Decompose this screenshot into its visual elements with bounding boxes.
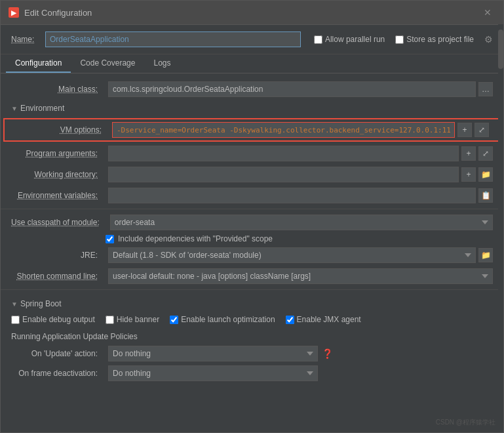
spring-debug-checkbox[interactable] xyxy=(11,316,20,324)
on-update-select[interactable]: Do nothing xyxy=(108,346,318,361)
edit-configuration-dialog: ▶ Edit Configuration ✕ Name: Allow paral… xyxy=(0,0,504,433)
on-update-row: On 'Update' action: Do nothing ❓ xyxy=(11,344,493,363)
on-frame-select[interactable]: Do nothing xyxy=(108,365,318,381)
env-variables-input[interactable] xyxy=(108,188,476,203)
spring-hide-banner-label[interactable]: Hide banner xyxy=(106,315,159,324)
update-policies-section: Running Application Update Policies On '… xyxy=(1,329,503,386)
tab-configuration[interactable]: Configuration xyxy=(6,54,71,73)
main-class-row: Main class: … xyxy=(1,79,503,100)
title-bar: ▶ Edit Configuration ✕ xyxy=(1,1,503,25)
jre-label: JRE: xyxy=(11,251,103,260)
spring-hide-banner-text: Hide banner xyxy=(117,315,159,324)
environment-toggle[interactable]: ▼ xyxy=(11,105,18,112)
vm-options-label: VM options: xyxy=(15,125,107,134)
tabs-bar: Configuration Code Coverage Logs xyxy=(1,54,503,73)
main-class-label: Main class: xyxy=(11,85,103,94)
include-deps-row: Include dependencies with "Provided" sco… xyxy=(1,233,503,245)
scrollbar-track xyxy=(498,24,503,432)
on-update-label: On 'Update' action: xyxy=(11,349,103,358)
allow-parallel-checkbox-label[interactable]: Allow parallel run xyxy=(314,35,385,44)
tab-code-coverage[interactable]: Code Coverage xyxy=(71,54,144,73)
spring-debug-text: Enable debug output xyxy=(22,315,95,324)
store-as-project-checkbox-label[interactable]: Store as project file xyxy=(395,35,474,44)
dialog-title: Edit Configuration xyxy=(24,8,92,18)
on-update-select-wrap: Do nothing ❓ xyxy=(108,346,493,361)
program-arguments-input[interactable] xyxy=(108,146,459,161)
classpath-module-select[interactable]: order-seata xyxy=(110,215,493,230)
spring-boot-label: Spring Boot xyxy=(20,299,62,308)
store-as-project-checkbox[interactable] xyxy=(395,35,404,44)
program-arguments-row: Program arguments: + ⤢ xyxy=(1,143,503,164)
vm-options-input[interactable] xyxy=(112,122,455,138)
working-directory-add-btn[interactable]: + xyxy=(461,167,476,182)
checkboxes-row: Allow parallel run Store as project file… xyxy=(314,34,493,45)
main-class-input-wrap: … xyxy=(108,81,493,97)
close-button[interactable]: ✕ xyxy=(480,6,495,19)
working-directory-input[interactable] xyxy=(108,167,459,182)
vm-options-row: VM options: + ⤢ xyxy=(3,118,501,142)
shorten-cmd-select[interactable]: user-local default: none - java [options… xyxy=(108,268,493,284)
title-bar-left: ▶ Edit Configuration xyxy=(9,7,92,18)
program-arguments-add-btn[interactable]: + xyxy=(461,146,476,161)
working-directory-label: Working directory: xyxy=(11,170,103,179)
dialog-icon: ▶ xyxy=(9,7,19,18)
env-variables-browse-btn[interactable]: 📋 xyxy=(478,188,493,203)
gear-icon[interactable]: ⚙ xyxy=(484,34,493,45)
environment-section-header: ▼ Environment xyxy=(1,100,503,117)
divider-2 xyxy=(1,289,503,290)
jre-input-wrap: Default (1.8 - SDK of 'order-seata' modu… xyxy=(108,247,493,263)
classpath-module-label: Use classpath of module: xyxy=(11,218,105,227)
spring-hide-banner-checkbox[interactable] xyxy=(106,316,114,324)
main-class-input[interactable] xyxy=(108,81,476,97)
divider-1 xyxy=(1,209,503,209)
spring-launch-opt-text: Enable launch optimization xyxy=(181,315,275,324)
on-update-help-icon[interactable]: ❓ xyxy=(322,348,333,359)
working-directory-input-wrap: + 📁 xyxy=(108,167,493,182)
on-frame-label: On frame deactivation: xyxy=(11,369,103,378)
tab-logs[interactable]: Logs xyxy=(144,54,180,73)
vm-options-expand-btn[interactable]: ⤢ xyxy=(475,123,489,137)
vm-options-add-btn[interactable]: + xyxy=(457,123,472,137)
watermark: CSDN @程序猿学社 xyxy=(436,418,495,427)
program-arguments-input-wrap: + ⤢ xyxy=(108,146,493,161)
include-deps-checkbox[interactable] xyxy=(106,235,114,243)
allow-parallel-checkbox[interactable] xyxy=(314,35,322,44)
spring-boot-header: ▼ Spring Boot xyxy=(1,295,503,312)
allow-parallel-label: Allow parallel run xyxy=(325,35,385,44)
jre-browse-btn[interactable]: 📁 xyxy=(478,248,493,262)
program-arguments-expand-btn[interactable]: ⤢ xyxy=(478,146,493,161)
classpath-module-row: Use classpath of module: order-seata xyxy=(1,212,503,233)
content-area: Main class: … ▼ Environment VM options: … xyxy=(1,73,503,432)
include-deps-label: Include dependencies with "Provided" sco… xyxy=(118,234,273,243)
spring-debug-label[interactable]: Enable debug output xyxy=(11,315,95,324)
name-input[interactable] xyxy=(45,31,301,47)
spring-launch-opt-label[interactable]: Enable launch optimization xyxy=(170,315,275,324)
classpath-module-input-wrap: order-seata xyxy=(110,215,493,230)
scrollbar-thumb[interactable] xyxy=(498,30,503,69)
on-frame-select-wrap: Do nothing xyxy=(108,365,493,381)
spring-jmx-text: Enable JMX agent xyxy=(297,315,361,324)
vm-options-input-wrap: + ⤢ xyxy=(112,122,489,138)
spring-launch-opt-checkbox[interactable] xyxy=(170,316,178,324)
spring-jmx-label[interactable]: Enable JMX agent xyxy=(286,315,361,324)
environment-label: Environment xyxy=(20,104,64,113)
spring-boot-toggle[interactable]: ▼ xyxy=(11,300,18,308)
spring-boot-options: Enable debug output Hide banner Enable l… xyxy=(1,312,503,327)
jre-select[interactable]: Default (1.8 - SDK of 'order-seata' modu… xyxy=(108,247,476,263)
env-variables-input-wrap: 📋 xyxy=(108,188,493,203)
policies-title: Running Application Update Policies xyxy=(11,332,493,341)
working-directory-row: Working directory: + 📁 xyxy=(1,164,503,185)
spring-jmx-checkbox[interactable] xyxy=(286,316,294,324)
shorten-cmd-row: Shorten command line: user-local default… xyxy=(1,266,503,287)
main-class-browse-btn[interactable]: … xyxy=(478,82,493,96)
program-arguments-label: Program arguments: xyxy=(11,149,103,158)
store-as-project-label: Store as project file xyxy=(406,35,474,44)
on-frame-row: On frame deactivation: Do nothing xyxy=(11,363,493,383)
env-variables-label: Environment variables: xyxy=(11,191,103,200)
shorten-cmd-label: Shorten command line: xyxy=(11,272,103,281)
spring-boot-section: ▼ Spring Boot Enable debug output Hide b… xyxy=(1,293,503,329)
working-directory-browse-btn[interactable]: 📁 xyxy=(478,167,493,182)
jre-row: JRE: Default (1.8 - SDK of 'order-seata'… xyxy=(1,245,503,266)
name-label: Name: xyxy=(11,35,37,44)
env-variables-row: Environment variables: 📋 xyxy=(1,185,503,206)
